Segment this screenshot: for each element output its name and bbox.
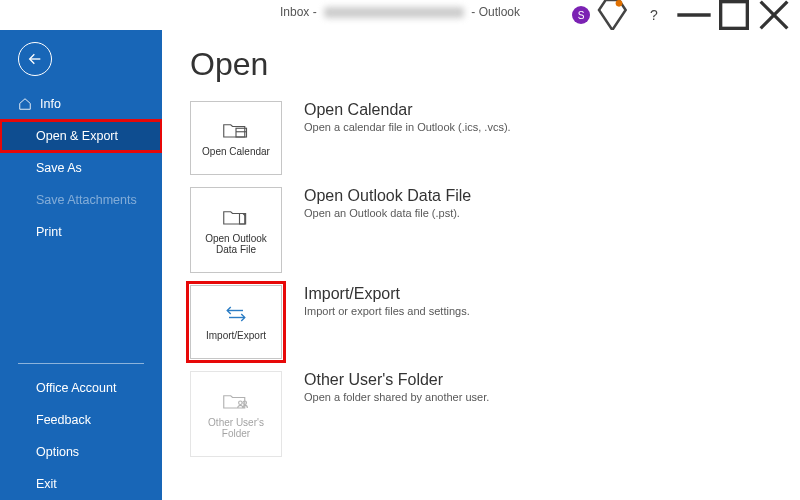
import-export-heading: Import/Export <box>304 285 470 303</box>
other-user-folder-button: Other User's Folder <box>190 371 282 457</box>
open-calendar-heading: Open Calendar <box>304 101 511 119</box>
svg-point-0 <box>616 0 623 7</box>
svg-point-10 <box>239 401 243 405</box>
help-icon[interactable]: ? <box>634 0 674 30</box>
nav-save-attachments: Save Attachments <box>0 184 162 216</box>
coming-soon-icon[interactable] <box>594 0 634 30</box>
open-calendar-button[interactable]: Open Calendar <box>190 101 282 175</box>
open-calendar-desc: Open a calendar file in Outlook (.ics, .… <box>304 121 511 133</box>
nav-open-export[interactable]: Open & Export <box>0 120 162 152</box>
back-button[interactable] <box>18 42 52 76</box>
calendar-folder-icon <box>222 118 250 142</box>
home-icon <box>18 97 32 111</box>
main-panel: Open Open Calendar Open Calendar Open a … <box>162 30 800 500</box>
maximize-button[interactable] <box>714 0 754 30</box>
minimize-button[interactable] <box>674 0 714 30</box>
open-data-file-row: Open Outlook Data File Open Outlook Data… <box>190 187 772 273</box>
import-export-button[interactable]: Import/Export <box>190 285 282 359</box>
backstage-sidebar: Info Open & Export Save As Save Attachme… <box>0 30 162 500</box>
close-button[interactable] <box>754 0 794 30</box>
title-bar: Inbox - - Outlook S ? <box>0 0 800 30</box>
import-export-icon <box>222 302 250 326</box>
other-user-folder-row: Other User's Folder Other User's Folder … <box>190 371 772 457</box>
nav-exit[interactable]: Exit <box>0 468 162 500</box>
shared-folder-icon <box>222 389 250 413</box>
nav-info[interactable]: Info <box>0 88 162 120</box>
nav-save-as[interactable]: Save As <box>0 152 162 184</box>
open-data-file-button[interactable]: Open Outlook Data File <box>190 187 282 273</box>
nav-options[interactable]: Options <box>0 436 162 468</box>
open-calendar-row: Open Calendar Open Calendar Open a calen… <box>190 101 772 175</box>
nav-print[interactable]: Print <box>0 216 162 248</box>
title-account-redacted <box>324 7 464 18</box>
open-data-file-desc: Open an Outlook data file (.pst). <box>304 207 471 219</box>
import-export-desc: Import or export files and settings. <box>304 305 470 317</box>
other-user-folder-desc: Open a folder shared by another user. <box>304 391 489 403</box>
svg-rect-2 <box>721 2 748 29</box>
other-user-folder-heading: Other User's Folder <box>304 371 489 389</box>
data-file-icon <box>222 205 250 229</box>
nav-office-account[interactable]: Office Account <box>0 372 162 404</box>
title-suffix: - Outlook <box>471 5 520 19</box>
page-title: Open <box>190 46 772 83</box>
import-export-row: Import/Export Import/Export Import or ex… <box>190 285 772 359</box>
nav-divider <box>18 363 144 364</box>
title-prefix: Inbox - <box>280 5 317 19</box>
open-data-file-heading: Open Outlook Data File <box>304 187 471 205</box>
user-avatar[interactable]: S <box>572 6 590 24</box>
nav-feedback[interactable]: Feedback <box>0 404 162 436</box>
